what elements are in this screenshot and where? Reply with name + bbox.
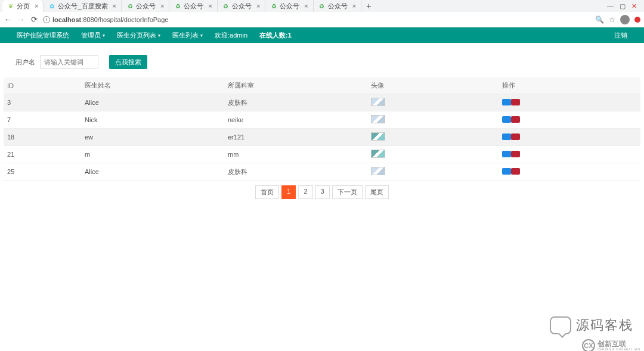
window-controls: — ▢ ✕ (607, 2, 642, 10)
address-bar: ← → ⟳ i localhost:8080/hospital/doctorIn… (0, 12, 644, 27)
watermark-chat: 源码客栈 (550, 316, 633, 334)
close-icon[interactable]: × (160, 2, 164, 10)
chevron-down-icon: ▾ (158, 33, 160, 38)
tab-title: 公众号_百度搜索 (58, 2, 107, 11)
browser-tab[interactable]: ♻ 公众号 × (122, 0, 169, 12)
avatar-thumb (371, 115, 385, 123)
edit-button[interactable] (502, 151, 511, 157)
doctor-table: ID 医生姓名 所属科室 头像 操作 3Alice皮肤科7Nickneike18… (4, 77, 640, 181)
delete-button[interactable] (511, 151, 520, 157)
cell-ops (499, 94, 640, 111)
delete-button[interactable] (511, 99, 520, 105)
cell-dept: 皮肤科 (224, 94, 367, 111)
col-ops: 操作 (499, 77, 640, 94)
nav-online-count: 在线人数:1 (253, 27, 298, 43)
minimize-icon[interactable]: — (607, 2, 614, 10)
browser-chrome: ❦ 分页 × ✿ 公众号_百度搜索 × ♻ 公众号 × ♻ 公众号 × ♻ 公众… (0, 0, 644, 27)
table-row: 7Nickneike (4, 111, 640, 129)
nav-admin[interactable]: 管理员▾ (75, 27, 111, 43)
recycle-icon: ♻ (222, 2, 230, 10)
page-last[interactable]: 尾页 (365, 185, 389, 199)
avatar-thumb (371, 150, 385, 158)
avatar-thumb (371, 98, 385, 106)
browser-tab[interactable]: ♻ 公众号 × (218, 0, 265, 12)
cell-name: Alice (81, 163, 224, 181)
watermark-logo: CX 创新互联 CHUANG XIN HU LIAN (582, 339, 640, 351)
url-field[interactable]: i localhost:8080/hospital/doctorInfoPage (43, 16, 590, 23)
close-icon[interactable]: × (304, 2, 308, 10)
search-row: 用户名 点我搜索 (4, 55, 640, 69)
star-icon[interactable]: ☆ (609, 15, 615, 24)
close-icon[interactable]: × (256, 2, 260, 10)
extension-icon[interactable] (634, 17, 640, 23)
maximize-icon[interactable]: ▢ (620, 2, 626, 10)
nav-doctor-list[interactable]: 医生列表▾ (166, 27, 209, 43)
cell-name: Nick (81, 111, 224, 129)
cell-avatar (367, 94, 499, 111)
avatar-thumb (371, 167, 385, 175)
recycle-icon: ♻ (126, 2, 134, 10)
nav-doctor-page-list[interactable]: 医生分页列表▾ (111, 27, 166, 43)
col-id: ID (4, 77, 81, 94)
delete-button[interactable] (511, 133, 520, 140)
table-row: 25Alice皮肤科 (4, 163, 640, 181)
url-port: :8080 (81, 16, 98, 23)
page-first[interactable]: 首页 (255, 185, 279, 199)
nav-brand[interactable]: 医护住院管理系统 (11, 27, 75, 43)
delete-button[interactable] (511, 116, 520, 123)
url-host: localhost (52, 16, 81, 23)
edit-button[interactable] (502, 99, 511, 105)
avatar-thumb (371, 132, 385, 141)
back-icon[interactable]: ← (4, 15, 12, 24)
logo-sub: CHUANG XIN HU LIAN (597, 347, 640, 351)
nav-logout[interactable]: 注销 (608, 27, 633, 43)
cell-dept: mm (224, 146, 367, 163)
search-icon[interactable]: 🔍 (595, 15, 604, 24)
recycle-icon: ♻ (270, 2, 277, 10)
info-icon[interactable]: i (43, 16, 50, 23)
search-input[interactable] (40, 55, 98, 69)
tab-title: 公众号 (280, 2, 299, 11)
leaf-icon: ❦ (7, 2, 14, 10)
cell-ops (499, 146, 640, 163)
tab-title: 公众号 (136, 2, 156, 11)
cell-id: 18 (4, 129, 81, 146)
cell-id: 21 (4, 146, 81, 163)
browser-tab[interactable]: ♻ 公众号 × (265, 0, 313, 12)
tab-bar: ❦ 分页 × ✿ 公众号_百度搜索 × ♻ 公众号 × ♻ 公众号 × ♻ 公众… (0, 0, 644, 12)
new-tab-button[interactable]: + (361, 1, 376, 11)
search-button[interactable]: 点我搜索 (109, 55, 147, 69)
cell-ops (499, 111, 640, 129)
cell-dept: 皮肤科 (224, 163, 367, 181)
cell-dept: neike (224, 111, 367, 129)
logo-icon: CX (582, 339, 595, 351)
page-3[interactable]: 3 (315, 185, 330, 199)
tab-title: 公众号 (184, 2, 203, 11)
reload-icon[interactable]: ⟳ (30, 15, 38, 24)
edit-button[interactable] (502, 133, 511, 140)
close-window-icon[interactable]: ✕ (631, 2, 637, 10)
close-icon[interactable]: × (113, 2, 116, 10)
edit-button[interactable] (502, 116, 511, 123)
col-dept: 所属科室 (224, 77, 367, 94)
edit-button[interactable] (502, 168, 511, 175)
page-1[interactable]: 1 (281, 185, 296, 199)
close-icon[interactable]: × (208, 2, 212, 10)
cell-name: m (81, 146, 224, 163)
browser-tab[interactable]: ❦ 分页 × (2, 0, 44, 12)
page-2[interactable]: 2 (298, 185, 312, 199)
forward-icon[interactable]: → (17, 15, 25, 24)
nav-welcome: 欢迎:admin (209, 27, 253, 43)
browser-tab[interactable]: ♻ 公众号 × (314, 0, 361, 12)
close-icon[interactable]: × (352, 2, 356, 10)
page-next[interactable]: 下一页 (332, 185, 363, 199)
paw-icon: ✿ (48, 2, 55, 10)
delete-button[interactable] (511, 168, 520, 175)
close-icon[interactable]: × (35, 2, 38, 10)
pagination: 首页 1 2 3 下一页 尾页 (4, 185, 640, 199)
browser-tab[interactable]: ✿ 公众号_百度搜索 × (44, 0, 122, 12)
cell-avatar (367, 163, 499, 181)
recycle-icon: ♻ (318, 2, 326, 10)
browser-tab[interactable]: ♻ 公众号 × (169, 0, 217, 12)
profile-avatar-icon[interactable] (620, 15, 630, 24)
